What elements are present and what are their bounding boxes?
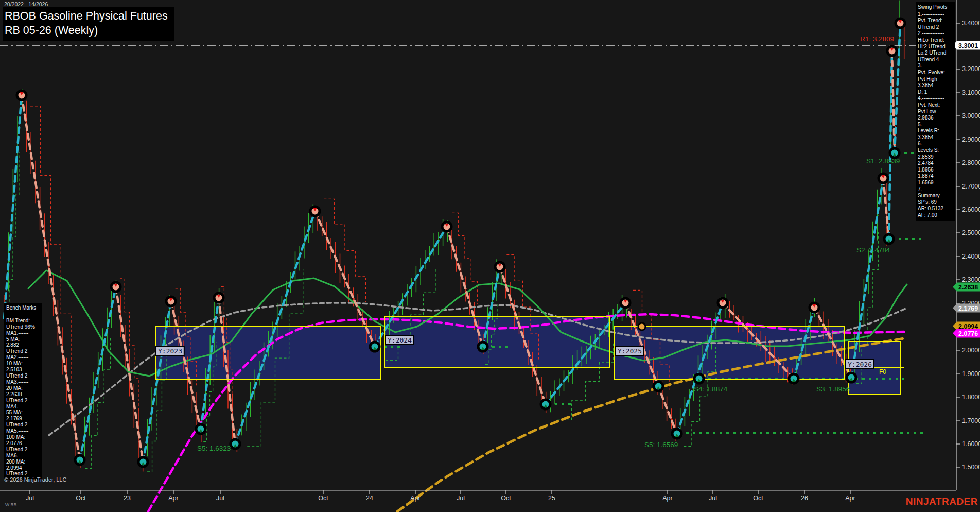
candle bbox=[326, 222, 328, 250]
panel-line: Pvt High bbox=[918, 76, 954, 83]
swing-zigzag-line bbox=[895, 23, 900, 153]
price-marker-label: 3.3001 bbox=[958, 42, 978, 49]
bench-marks-lines: -------------BM Trend:UTrend 96%MA1.----… bbox=[6, 312, 40, 477]
panel-line: 2.0994 bbox=[6, 465, 40, 471]
panel-line: Pvt. Next: bbox=[918, 102, 954, 109]
panel-line: Summary bbox=[918, 193, 954, 199]
price-tick-label: 1.6000 bbox=[962, 440, 980, 448]
panel-line: MA3.------ bbox=[6, 379, 40, 385]
candle bbox=[251, 382, 252, 417]
panel-line: Pvt. Evolve: bbox=[918, 70, 954, 76]
time-tick-label: Oct bbox=[753, 494, 763, 502]
price-tick-label: 2.3000 bbox=[962, 276, 980, 283]
panel-line: 1.------------- bbox=[918, 11, 954, 18]
time-tick-label: 24 bbox=[366, 494, 373, 502]
price-tick-label: 3.2000 bbox=[962, 65, 980, 73]
panel-line: Hi:2 UTrend bbox=[918, 44, 954, 50]
panel-line: AF: 7.00 bbox=[918, 212, 954, 219]
panel-line: 1.8956 bbox=[918, 167, 954, 174]
price-tick-label: 2.9000 bbox=[962, 136, 980, 143]
time-tick-label: Apr bbox=[662, 494, 672, 502]
panel-line: 2.5103 bbox=[6, 367, 40, 373]
panel-line: UTrend 2 bbox=[918, 24, 954, 31]
price-tick-label: 2.8000 bbox=[962, 159, 980, 166]
panel-line: UTrend 2 bbox=[6, 398, 40, 404]
panel-line: 20 MA: bbox=[6, 385, 40, 391]
swing-pivots-panel: Swing Pivots 1.-------------Pvt. Trend:U… bbox=[916, 2, 955, 221]
year-range-box-fill bbox=[384, 317, 610, 367]
price-chart-canvas[interactable]: F0Y:2023Y:2024Y:2025Y:20263.40003.20003.… bbox=[0, 0, 980, 512]
candle bbox=[322, 216, 324, 236]
price-tick-label: 3.0000 bbox=[962, 112, 980, 120]
panel-line: UTrend 2 bbox=[6, 422, 40, 428]
time-tick-label: Apr bbox=[410, 494, 420, 502]
panel-line: UTrend 2 bbox=[6, 348, 40, 354]
sr-level-label: S1: 2.8539 bbox=[866, 157, 900, 165]
candle bbox=[904, 25, 906, 59]
candle bbox=[107, 308, 109, 349]
time-tick-label: Oct bbox=[318, 494, 328, 502]
panel-line: 55 MA: bbox=[6, 409, 40, 416]
panel-line: 5.------------- bbox=[918, 122, 954, 128]
panel-line: MA5.------ bbox=[6, 428, 40, 434]
candle bbox=[505, 269, 507, 299]
panel-line: AR: 0.5132 bbox=[918, 206, 954, 212]
sr-level-label: S3: 1.8956 bbox=[816, 385, 850, 393]
candle bbox=[304, 226, 306, 258]
price-tick-label: 1.7000 bbox=[962, 417, 980, 424]
panel-line: 2.0776 bbox=[6, 440, 40, 447]
panel-line: UTrend 96% bbox=[6, 324, 40, 330]
price-tick-label: 1.5000 bbox=[962, 464, 980, 471]
candle bbox=[112, 289, 113, 328]
year-label: Y:2026 bbox=[848, 361, 872, 368]
panel-line: Levels R: bbox=[918, 128, 954, 134]
panel-line: 7.------------- bbox=[918, 186, 954, 193]
year-label: Y:2025 bbox=[618, 347, 642, 355]
time-tick-label: 23 bbox=[124, 494, 131, 502]
panel-line: MA6.------ bbox=[6, 453, 40, 459]
time-tick-label: Jul bbox=[26, 494, 34, 502]
year-label: Y:2024 bbox=[388, 336, 412, 344]
year-label: Y:2023 bbox=[158, 347, 182, 355]
panel-line: UTrend 2 bbox=[6, 447, 40, 453]
time-tick-label: 25 bbox=[548, 494, 555, 502]
candle bbox=[671, 408, 673, 429]
copyright-label: © 2026 NinjaTrader, LLC bbox=[4, 476, 66, 483]
price-marker-label: 2.0994 bbox=[958, 323, 978, 330]
panel-line: 4.------------- bbox=[918, 95, 954, 102]
panel-line: 5 MA: bbox=[6, 336, 40, 343]
panel-line: 2.882 bbox=[6, 342, 40, 348]
panel-line: SP's: 69 bbox=[918, 199, 954, 206]
panel-line: MA4.------ bbox=[6, 404, 40, 410]
panel-line: Levels S: bbox=[918, 147, 954, 154]
swing-zigzag-line bbox=[889, 51, 892, 239]
panel-line: 3.3854 bbox=[918, 134, 954, 141]
bench-marks-panel: Bench Marks -------------BM Trend:UTrend… bbox=[4, 303, 42, 480]
price-tick-label: 3.1000 bbox=[962, 89, 980, 96]
trailing-stop-steps bbox=[324, 199, 365, 302]
price-tick-label: 1.8000 bbox=[962, 394, 980, 401]
panel-line: 6.------------- bbox=[918, 141, 954, 147]
panel-line: 10 MA: bbox=[6, 361, 40, 367]
chart-title-line1: RBOB Gasoline Physical Futures bbox=[5, 9, 168, 23]
date-range-label: 20/2022 - 14/2026 bbox=[4, 1, 48, 7]
panel-line: 2.1769 bbox=[6, 416, 40, 422]
time-tick-label: Oct bbox=[76, 494, 86, 502]
time-tick-label: Apr bbox=[168, 494, 178, 502]
candle bbox=[492, 282, 494, 320]
panel-line: 2.------------- bbox=[918, 30, 954, 37]
price-tick-label: 2.0000 bbox=[962, 347, 980, 354]
panel-line: BM Trend: bbox=[6, 318, 40, 324]
pivot-dot-minor bbox=[638, 323, 645, 330]
chart-title: RBOB Gasoline Physical Futures RB 05-26 … bbox=[3, 7, 174, 41]
panel-line: Lo:2 UTrend bbox=[918, 50, 954, 57]
time-tick-label: Jul bbox=[457, 494, 465, 502]
f0-label: F0 bbox=[879, 368, 886, 376]
chart-title-line2: RB 05-26 (Weekly) bbox=[5, 23, 168, 38]
panel-line: 1.6569 bbox=[918, 180, 954, 186]
panel-line: 2.2638 bbox=[6, 391, 40, 398]
chart-window: F0Y:2023Y:2024Y:2025Y:20263.40003.20003.… bbox=[0, 0, 980, 512]
time-tick-label: Jul bbox=[709, 494, 717, 502]
panel-line: MA1.------ bbox=[6, 330, 40, 336]
price-tick-label: 3.4000 bbox=[962, 20, 980, 27]
